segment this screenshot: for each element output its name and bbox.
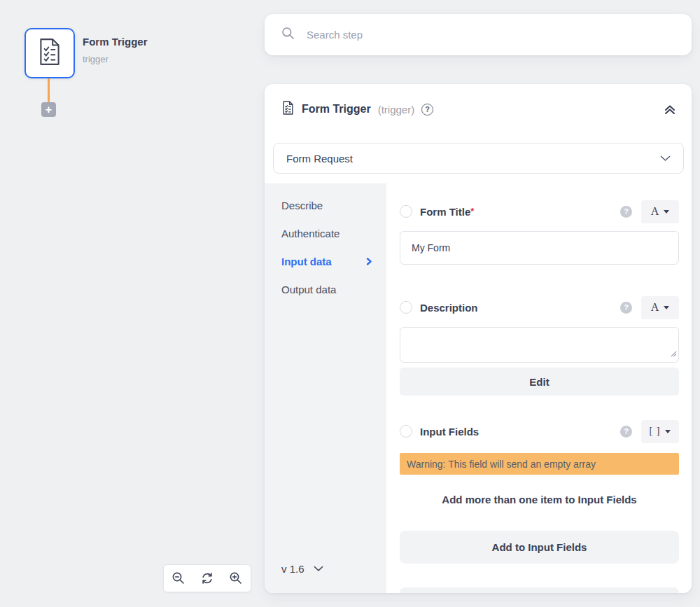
field-type-selector[interactable]: A [641,200,679,223]
add-step-button[interactable]: + [41,102,56,117]
zoom-in-button[interactable] [225,568,246,589]
form-title-input[interactable] [400,231,679,265]
operation-value: Form Request [286,153,353,165]
add-items-hint: Add more than one item to Input Fields [400,494,679,505]
field-row-description: Description ? A [400,300,679,315]
operation-select[interactable]: Form Request [273,143,684,174]
help-icon[interactable]: ? [421,104,433,116]
panel-header: Form Trigger (trigger) ? [265,84,692,116]
plus-icon: + [46,104,52,116]
edit-description-button[interactable]: Edit [400,368,679,396]
panel-body: Describe Authenticate Input data Output … [265,183,692,593]
tab-label: Input data [281,256,332,267]
panel-step-type: (trigger) [378,104,415,116]
collapse-panel-button[interactable] [664,104,676,116]
field-row-form-title: Form Title* ? A [400,204,679,219]
chevron-down-icon [660,155,671,162]
zoom-in-icon [229,571,243,585]
panel-title: Form Trigger [302,103,371,116]
field-toggle-circle[interactable] [400,205,412,218]
form-checklist-icon [36,37,63,69]
tab-output-data[interactable]: Output data [281,282,372,296]
tab-describe[interactable]: Describe [281,198,372,212]
tab-input-data[interactable]: Input data [281,254,372,268]
chevron-right-icon [365,258,372,265]
chevron-down-icon [314,566,323,572]
canvas-zoom-toolbar [163,564,251,592]
field-type-selector[interactable]: A [641,296,679,319]
search-icon [281,27,295,43]
tab-authenticate[interactable]: Authenticate [281,226,372,240]
form-trigger-node[interactable] [24,28,75,78]
workflow-builder: Form Trigger trigger + [0,0,700,607]
reset-zoom-icon [200,571,214,585]
empty-array-warning: Warning: This field will send an empty a… [400,453,679,475]
reset-zoom-button[interactable] [197,568,218,589]
field-row-input-fields: Input Fields ? [ ] [400,424,679,439]
field-type-selector[interactable]: [ ] [641,420,679,443]
caret-down-icon [665,430,671,433]
field-toggle-circle[interactable] [400,425,412,438]
string-type-icon: A [651,205,659,218]
workflow-canvas[interactable]: Form Trigger trigger + [0,0,265,607]
step-search-bar [265,14,692,55]
form-doc-icon [281,100,295,118]
hidden-button-peek[interactable] [400,587,679,593]
tab-label: Describe [281,200,323,211]
node-title: Form Trigger [83,36,148,48]
array-type-icon: [ ] [650,426,661,437]
field-label: Input Fields [420,426,479,438]
version-label: v 1.6 [281,563,304,575]
input-data-content: Form Title* ? A Description ? A [386,183,692,593]
node-connector-line [48,78,50,103]
field-toggle-circle[interactable] [400,301,412,314]
string-type-icon: A [651,301,659,314]
required-asterisk: * [470,206,474,216]
tab-label: Authenticate [281,228,340,239]
add-to-input-fields-button[interactable]: Add to Input Fields [400,531,679,564]
description-textarea-wrap [400,327,679,363]
help-icon[interactable]: ? [620,302,632,314]
caret-down-icon [664,210,669,214]
search-input[interactable] [307,29,675,41]
help-icon[interactable]: ? [620,426,632,438]
node-subtitle: trigger [83,54,108,64]
description-textarea[interactable] [400,327,679,363]
version-picker[interactable]: v 1.6 [281,563,323,575]
caret-down-icon [664,306,669,309]
double-chevron-up-icon [664,104,676,116]
panel-side-tabs: Describe Authenticate Input data Output … [265,183,386,593]
tab-label: Output data [281,284,336,295]
zoom-out-button[interactable] [168,568,189,589]
help-icon[interactable]: ? [620,206,632,218]
field-label: Form Title* [420,206,474,218]
zoom-out-icon [172,571,186,585]
field-label: Description [420,302,478,314]
step-config-panel: Form Trigger (trigger) ? Form Request [265,84,692,593]
